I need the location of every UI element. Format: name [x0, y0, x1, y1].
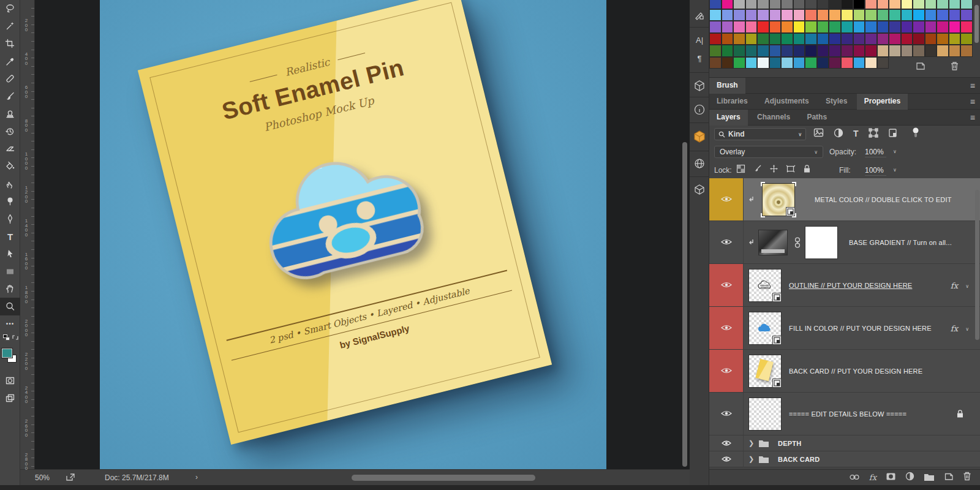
color-swatch[interactable]	[829, 21, 841, 33]
color-swatch[interactable]	[937, 33, 949, 45]
color-swatch[interactable]	[745, 57, 758, 69]
color-swatch[interactable]	[889, 21, 901, 33]
layer-row-outline[interactable]: OUTLINE // PUT YOUR DESIGN HERE fx ∨	[709, 264, 980, 307]
color-swatch[interactable]	[865, 33, 877, 45]
visibility-eye-icon[interactable]	[721, 366, 732, 377]
color-swatch[interactable]	[722, 45, 734, 57]
color-swatch[interactable]	[925, 21, 937, 33]
color-swatch[interactable]	[757, 33, 769, 45]
new-layer-button[interactable]	[944, 472, 954, 483]
character-panel-icon[interactable]: A|	[690, 36, 709, 45]
color-swatch[interactable]	[889, 0, 901, 9]
color-swatch[interactable]	[781, 9, 793, 21]
layer-name[interactable]: BACK CARD // PUT YOUR DESIGN HERE	[789, 368, 922, 375]
color-swatch[interactable]	[733, 21, 745, 33]
color-swatch[interactable]	[733, 9, 745, 21]
canvas-vertical-scrollbar[interactable]	[682, 142, 687, 467]
publish-panel-icon[interactable]	[690, 158, 709, 169]
color-swatch[interactable]	[769, 9, 782, 21]
color-swatch[interactable]	[949, 21, 961, 33]
color-swatch[interactable]	[889, 33, 901, 45]
lock-image-pixels-icon[interactable]	[753, 164, 762, 175]
color-swatch[interactable]	[829, 45, 841, 57]
color-swatch[interactable]	[733, 45, 745, 57]
color-swatch[interactable]	[901, 21, 913, 33]
layers-scrollbar[interactable]	[975, 190, 979, 340]
zoom-tool[interactable]	[0, 298, 20, 315]
history-brush-tool[interactable]	[0, 123, 20, 140]
color-swatch[interactable]	[829, 57, 841, 69]
type-tool[interactable]: T	[0, 228, 20, 246]
delete-swatch-button[interactable]	[950, 61, 959, 74]
foreground-color-chip[interactable]	[2, 349, 12, 358]
layer-mask-thumbnail[interactable]	[805, 226, 838, 259]
color-swatch[interactable]	[709, 0, 722, 9]
color-swatch[interactable]	[853, 33, 865, 45]
color-swatch[interactable]	[817, 45, 829, 57]
default-colors-icon[interactable]	[0, 333, 20, 342]
screen-mode-button[interactable]	[0, 390, 20, 407]
color-swatch[interactable]	[709, 57, 722, 69]
crop-tool[interactable]	[0, 35, 20, 53]
color-swatch[interactable]	[841, 21, 853, 33]
color-swatch[interactable]	[829, 9, 841, 21]
color-swatch[interactable]	[757, 0, 769, 9]
color-swatch[interactable]	[960, 33, 973, 45]
materials-panel-icon[interactable]	[690, 130, 709, 143]
color-swatch[interactable]	[781, 0, 793, 9]
color-swatch[interactable]	[722, 33, 734, 45]
filter-pixel-layers-icon[interactable]	[813, 128, 824, 139]
fx-expand-chevron-icon[interactable]: ∨	[965, 326, 969, 332]
visibility-eye-icon[interactable]	[722, 440, 731, 448]
filter-adjustment-layers-icon[interactable]	[834, 128, 843, 140]
color-swatch[interactable]	[853, 57, 865, 69]
color-swatch[interactable]	[709, 21, 722, 33]
export-icon[interactable]	[66, 473, 75, 483]
layer-thumbnail[interactable]	[758, 230, 788, 255]
color-swatch[interactable]	[853, 45, 865, 57]
layer-thumbnail[interactable]	[762, 183, 795, 216]
group-expand-chevron-icon[interactable]: ❯	[748, 439, 754, 447]
document-canvas[interactable]: Realistic Soft Enamel Pin Photoshop Mock…	[100, 0, 606, 469]
color-swatch[interactable]	[877, 57, 889, 69]
color-swatch[interactable]	[769, 45, 782, 57]
color-swatch[interactable]	[841, 9, 853, 21]
color-swatch[interactable]	[901, 0, 913, 9]
color-swatch[interactable]	[901, 33, 913, 45]
color-swatch[interactable]	[745, 45, 758, 57]
color-swatch[interactable]	[769, 21, 782, 33]
color-swatch[interactable]	[805, 57, 817, 69]
fill-chevron-icon[interactable]: ∨	[893, 167, 897, 173]
layer-fx-label[interactable]: fx	[951, 281, 958, 290]
color-swatch[interactable]	[913, 0, 925, 9]
color-swatch[interactable]	[733, 0, 745, 9]
color-swatch[interactable]	[709, 33, 722, 45]
color-swatch[interactable]	[937, 9, 949, 21]
filter-shape-layers-icon[interactable]	[869, 128, 878, 140]
color-swatch[interactable]	[769, 57, 782, 69]
lock-transparent-pixels-icon[interactable]	[736, 164, 745, 175]
color-swatch[interactable]	[722, 57, 734, 69]
ellipsis-tool[interactable]: •••	[0, 315, 20, 333]
brush-panel-menu-icon[interactable]: ≡	[970, 81, 975, 91]
color-swatch[interactable]	[889, 9, 901, 21]
add-layer-mask-button[interactable]	[886, 472, 896, 483]
color-swatch[interactable]	[960, 21, 973, 33]
color-swatch[interactable]	[925, 0, 937, 9]
color-swatch[interactable]	[745, 21, 758, 33]
color-swatch[interactable]	[817, 21, 829, 33]
color-swatch[interactable]	[901, 9, 913, 21]
visibility-eye-icon[interactable]	[722, 456, 731, 464]
fill-value[interactable]: 100%	[865, 166, 886, 176]
color-swatch[interactable]	[865, 0, 877, 9]
color-swatch[interactable]	[865, 9, 877, 21]
visibility-eye-icon[interactable]	[721, 323, 732, 334]
spot-healing-tool[interactable]	[0, 70, 20, 88]
link-layers-button[interactable]	[849, 472, 860, 483]
color-swatch[interactable]	[793, 0, 805, 9]
layer-name[interactable]: BASE GRADIENT // Turn on all...	[849, 239, 952, 246]
tab-adjustments[interactable]: Adjustments	[757, 94, 816, 110]
color-swatch[interactable]	[709, 45, 722, 57]
layer-filter-kind-select[interactable]: Kind ∨	[714, 128, 806, 140]
lasso-tool[interactable]	[0, 0, 20, 18]
